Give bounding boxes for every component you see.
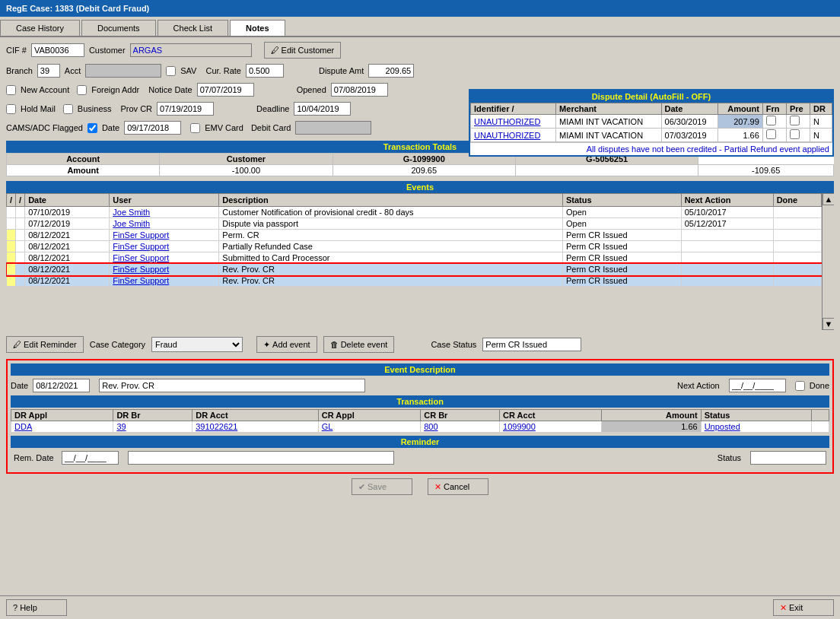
rem-date-input[interactable] bbox=[62, 451, 119, 465]
acct-input[interactable] bbox=[85, 64, 161, 78]
event-row-2[interactable]: 07/12/2019 Joe Smith Dispute via passpor… bbox=[7, 218, 822, 230]
form-row-4: Hold Mail Business Prov CR Deadline bbox=[6, 102, 432, 116]
rem-status-input[interactable] bbox=[750, 451, 826, 465]
transaction-header-row: DR Appl DR Br DR Acct CR Appl CR Br CR A… bbox=[11, 410, 829, 421]
tab-documents[interactable]: Documents bbox=[81, 20, 156, 36]
new-account-checkbox[interactable] bbox=[6, 85, 16, 95]
dispute-date-2: 07/03/2019 bbox=[661, 129, 718, 142]
event-user-6: FinSer Support bbox=[110, 264, 219, 275]
event-row-3[interactable]: 08/12/2021 FinSer Support Perm. CR Perm … bbox=[7, 230, 822, 241]
tab-notes[interactable]: Notes bbox=[230, 20, 285, 36]
event-row-5[interactable]: 08/12/2021 FinSer Support Submitted to C… bbox=[7, 252, 822, 264]
dispute-amount-1: 207.99 bbox=[718, 115, 763, 129]
tab-case-history[interactable]: Case History bbox=[0, 20, 80, 36]
dispute-col-identifier: Identifier / bbox=[471, 103, 556, 115]
event-desc-header: Event Description bbox=[11, 363, 829, 376]
scrollbar-up[interactable]: ▲ bbox=[822, 193, 834, 205]
trans-cr-br-1[interactable]: 800 bbox=[421, 421, 500, 433]
trans-dr-br-1[interactable]: 39 bbox=[113, 421, 192, 433]
cancel-button[interactable]: ✕ Cancel bbox=[428, 478, 488, 495]
event-user-2: Joe Smith bbox=[110, 218, 219, 230]
trans-dr-appl-1[interactable]: DDA bbox=[11, 421, 113, 433]
event-row-4[interactable]: 08/12/2021 FinSer Support Partially Refu… bbox=[7, 241, 822, 252]
rem-desc-input[interactable] bbox=[128, 451, 394, 465]
event-done-6 bbox=[773, 264, 821, 275]
trans-col-cr-br: CR Br bbox=[421, 410, 500, 421]
dispute-frn-1[interactable] bbox=[762, 115, 786, 129]
events-col-next-action: Next Action bbox=[681, 194, 773, 207]
trans-cr-acct-1[interactable]: 1099900 bbox=[500, 421, 602, 433]
dispute-col-dr: DR bbox=[810, 103, 832, 115]
exit-icon: ✕ bbox=[780, 603, 787, 613]
dispute-pre-2[interactable] bbox=[786, 129, 810, 142]
event-desc-input[interactable] bbox=[99, 379, 365, 392]
event-user-5: FinSer Support bbox=[110, 252, 219, 264]
foreign-addr-checkbox[interactable] bbox=[77, 85, 87, 95]
opened-input[interactable] bbox=[331, 83, 388, 97]
customer-input[interactable] bbox=[130, 43, 252, 57]
case-status-input[interactable] bbox=[482, 338, 581, 351]
cams-checkbox[interactable] bbox=[88, 123, 97, 133]
dispute-pre-checkbox-2[interactable] bbox=[790, 129, 800, 139]
dispute-frn-checkbox-2[interactable] bbox=[766, 129, 776, 139]
dispute-amt-input[interactable] bbox=[368, 64, 414, 78]
sav-checkbox[interactable] bbox=[166, 66, 176, 76]
dispute-pre-checkbox-1[interactable] bbox=[790, 116, 800, 125]
notice-date-input[interactable] bbox=[197, 83, 254, 97]
transaction-row-1: DDA 39 391022621 GL 800 1099900 1.66 Unp… bbox=[11, 421, 829, 433]
cif-input[interactable] bbox=[31, 43, 84, 57]
scrollbar-down[interactable]: ▼ bbox=[822, 318, 834, 330]
trans-dr-acct-1[interactable]: 391022621 bbox=[192, 421, 319, 433]
event-done-5 bbox=[773, 252, 821, 264]
events-scrollbar[interactable]: ▲ ▼ bbox=[822, 193, 834, 330]
dispute-col-date: Date bbox=[661, 103, 718, 115]
trans-col-dr-appl: DR Appl bbox=[11, 410, 113, 421]
prov-cr-input[interactable] bbox=[157, 102, 214, 116]
event-mark-2b bbox=[16, 218, 25, 230]
branch-input[interactable] bbox=[37, 64, 60, 78]
add-event-button[interactable]: ✦ Add event bbox=[256, 336, 317, 353]
event-desc-5: Submitted to Card Processor bbox=[219, 252, 563, 264]
tab-check-list[interactable]: Check List bbox=[158, 20, 228, 36]
event-user-3: FinSer Support bbox=[110, 230, 219, 241]
events-col-slash2: / bbox=[16, 194, 25, 207]
edit-customer-button[interactable]: 🖊 Edit Customer bbox=[264, 42, 342, 59]
dispute-identifier-1[interactable]: UNAUTHORIZED bbox=[471, 115, 556, 129]
hold-mail-checkbox[interactable] bbox=[6, 104, 16, 114]
event-date-1: 07/10/2019 bbox=[25, 207, 110, 218]
event-desc-1: Customer Notification of provisional cre… bbox=[219, 207, 563, 218]
exit-button[interactable]: ✕ Exit bbox=[773, 599, 834, 616]
save-button[interactable]: ✔ Save bbox=[352, 478, 412, 495]
trans-cr-appl-1[interactable]: GL bbox=[318, 421, 420, 433]
help-button[interactable]: ? Help bbox=[6, 599, 67, 616]
deadline-input[interactable] bbox=[294, 102, 351, 116]
rem-status-label: Status bbox=[718, 453, 741, 462]
emv-card-checkbox[interactable] bbox=[190, 123, 200, 133]
case-category-select[interactable]: Fraud ATM ACH Check bbox=[151, 337, 243, 352]
event-date-input[interactable] bbox=[33, 379, 90, 392]
title-bar: RegE Case: 1383 (Debit Card Fraud) bbox=[0, 0, 840, 17]
done-checkbox[interactable] bbox=[795, 381, 805, 391]
edit-reminder-button[interactable]: 🖊 Edit Reminder bbox=[6, 336, 84, 353]
event-row-6[interactable]: 08/12/2021 FinSer Support Rev. Prov. CR … bbox=[7, 264, 822, 275]
totals-account-val: -100.00 bbox=[160, 165, 332, 176]
trans-col-dr-acct: DR Acct bbox=[192, 410, 319, 421]
debit-card-input[interactable] bbox=[295, 121, 371, 135]
dispute-identifier-2[interactable]: UNAUTHORIZED bbox=[471, 129, 556, 142]
event-row-7[interactable]: 08/12/2021 FinSer Support Rev. Prov. CR … bbox=[7, 275, 822, 287]
dispute-frn-2[interactable] bbox=[762, 129, 786, 142]
next-action-input[interactable] bbox=[729, 379, 786, 392]
cams-date-input[interactable] bbox=[124, 121, 181, 135]
help-icon: ? bbox=[13, 603, 18, 612]
events-col-user: User bbox=[110, 194, 219, 207]
cur-rate-input[interactable] bbox=[246, 64, 284, 78]
debit-card-label: Debit Card bbox=[251, 123, 291, 132]
event-status-2: Open bbox=[562, 218, 681, 230]
dispute-frn-checkbox-1[interactable] bbox=[766, 116, 776, 125]
delete-event-button[interactable]: 🗑 Delete event bbox=[323, 336, 395, 353]
event-row-1[interactable]: 07/10/2019 Joe Smith Customer Notificati… bbox=[7, 207, 822, 218]
business-checkbox[interactable] bbox=[63, 104, 73, 114]
event-user-1: Joe Smith bbox=[110, 207, 219, 218]
form-row-3: New Account Foreign Addr Notice Date Ope… bbox=[6, 83, 432, 97]
dispute-pre-1[interactable] bbox=[786, 115, 810, 129]
